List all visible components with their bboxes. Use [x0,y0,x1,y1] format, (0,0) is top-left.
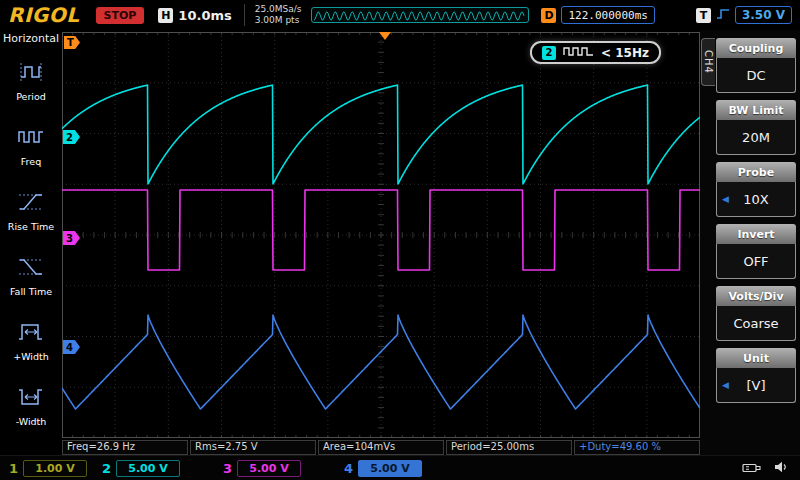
measurement-freq: Freq=26.9 Hz [62,440,188,455]
channel-number: 4 [343,461,354,476]
measure-item-label: Period [16,91,46,102]
run-state-badge[interactable]: STOP [96,7,145,24]
waveform-position-bar[interactable] [311,7,529,23]
menu-item-value: [V] [746,378,765,393]
trigger-status: T 3.50 V [696,6,794,25]
delay-badge: D [541,8,556,23]
channel-3-status[interactable]: 3 5.00 V [222,460,301,477]
measurement-duty: +Duty=49.60 % [574,440,700,455]
top-status-bar: RIGOL STOP H 10.0ms 25.0MSa/s 3.00M pts … [0,0,800,30]
menu-item-volts-div[interactable]: Volts/Div Coarse [716,286,796,341]
channel-scale: 5.00 V [116,460,180,477]
channel-scale: 5.00 V [358,460,422,477]
delay-status: D 122.000000ms [541,6,654,24]
channel-1-status[interactable]: 1 1.00 V [8,460,87,477]
menu-item-coupling[interactable]: Coupling DC [716,38,796,93]
trace-CH2 [62,85,700,184]
measure-item-freq[interactable]: Freq [2,113,60,178]
right-softkey-menu: CH4 Coupling DC BW Limit 20M Probe ◀ 10X… [700,30,800,455]
measure-item-fall-time[interactable]: Fall Time [2,243,60,308]
delay-value: 122.000000ms [561,6,654,24]
measure-item-label: -Width [16,416,47,427]
channel-scale: 1.00 V [23,460,87,477]
channel-number: 1 [8,461,19,476]
channel-4-status[interactable]: 4 5.00 V [343,460,422,477]
left-arrow-icon: ◀ [722,194,729,204]
pulse-icon [563,43,594,62]
sample-rate: 25.0MSa/s [255,4,302,15]
memory-waveform-preview [312,8,528,23]
measurement-rms: Rms=2.75 V [190,440,316,455]
menu-item-value: DC [746,68,765,83]
measurement-area: Area=104mVs [318,440,444,455]
period-icon [17,60,45,88]
menu-item-bw-limit[interactable]: BW Limit 20M [716,100,796,155]
measure-item-minus-width[interactable]: -Width [2,373,60,438]
measure-item-label: Rise Time [8,221,54,232]
plus-width-icon [17,320,45,348]
rise-time-icon [17,190,45,218]
left-arrow-icon: ◀ [722,380,729,390]
measure-item-label: Freq [21,156,41,167]
menu-item-title: BW Limit [716,100,796,120]
left-menu-title: Horizontal [0,32,62,45]
usb-icon [742,459,764,478]
oscilloscope-screen: RIGOL STOP H 10.0ms 25.0MSa/s 3.00M pts … [0,0,800,480]
measure-item-rise-time[interactable]: Rise Time [2,178,60,243]
measurement-strip: Freq=26.9 Hz Rms=2.75 V Area=104mVs Peri… [62,440,700,455]
menu-item-title: Probe [716,162,796,182]
menu-item-invert[interactable]: Invert OFF [716,224,796,279]
menu-item-title: Volts/Div [716,286,796,306]
graticule: T 2 3 4 2 < 15Hz [62,32,700,438]
channel-scale: 5.00 V [237,460,301,477]
measurement-period: Period=25.00ms [446,440,572,455]
horizontal-badge: H [158,8,173,23]
menu-item-value: Coarse [733,316,778,331]
channel-number: 2 [101,461,112,476]
trace-CH3 [62,190,700,270]
measure-item-plus-width[interactable]: +Width [2,308,60,373]
menu-item-value: 10X [743,192,768,207]
menu-item-value: 20M [742,130,770,145]
menu-items: Coupling DC BW Limit 20M Probe ◀ 10X Inv… [716,38,796,403]
waveform-display [62,32,700,438]
trigger-time-indicator[interactable] [379,32,391,40]
freq-icon [17,125,45,153]
notification-text: < 15Hz [601,46,649,60]
measure-item-label: +Width [13,351,49,362]
rigol-logo: RIGOL [8,3,80,27]
menu-item-title: Unit [716,348,796,368]
left-measure-menu: Horizontal Period Freq [0,30,62,455]
speaker-icon [774,459,788,478]
trigger-slope-icon [716,6,730,25]
status-icons [742,459,800,478]
menu-item-value: OFF [743,254,768,269]
menu-tab-ch4[interactable]: CH4 [701,38,715,86]
trace-CH4 [62,315,700,409]
menu-item-unit[interactable]: Unit ◀ [V] [716,348,796,403]
trigger-notification: 2 < 15Hz [530,41,661,64]
trigger-badge: T [696,8,711,23]
acquisition-status: 25.0MSa/s 3.00M pts [244,4,302,26]
minus-width-icon [17,385,45,413]
channel-2-status[interactable]: 2 5.00 V [101,460,180,477]
measure-item-label: Fall Time [10,286,52,297]
fall-time-icon [17,255,45,283]
menu-item-title: Invert [716,224,796,244]
notification-channel-badge: 2 [542,46,556,60]
bottom-channel-bar: 1 1.00 V 2 5.00 V 3 5.00 V 4 5.00 V [0,455,800,480]
menu-item-title: Coupling [716,38,796,58]
measure-item-period[interactable]: Period [2,48,60,113]
menu-item-probe[interactable]: Probe ◀ 10X [716,162,796,217]
horizontal-status: H 10.0ms [158,8,231,23]
memory-depth: 3.00M pts [255,15,302,26]
timebase-value: 10.0ms [178,8,231,23]
channel-number: 3 [222,461,233,476]
trigger-level-value: 3.50 V [735,6,792,24]
